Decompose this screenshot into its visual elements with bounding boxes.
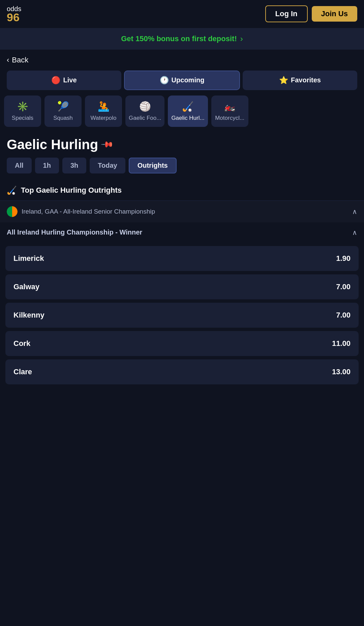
- specials-icon: ✳️: [17, 101, 29, 112]
- favorites-icon: ⭐: [279, 76, 288, 85]
- bet-row-galway[interactable]: Galway 7.00: [5, 274, 359, 299]
- app-logo: odds 96: [7, 5, 21, 23]
- section-header: 🏑 Top Gaelic Hurling Outrights: [0, 180, 364, 200]
- sport-cat-gaelic-football[interactable]: 🏐 Gaelic Foo...: [125, 96, 164, 127]
- tab-upcoming[interactable]: 🕐 Upcoming: [124, 71, 240, 90]
- sport-cat-motorcycle[interactable]: 🏍️ Motorcycl...: [211, 96, 248, 127]
- league-left: Ireland, GAA - All-Ireland Senior Champi…: [7, 206, 155, 217]
- bet-team-cork: Cork: [13, 339, 30, 348]
- waterpolo-icon: 🤽: [98, 101, 110, 112]
- betting-list: Limerick 1.90 Galway 7.00 Kilkenny 7.00 …: [0, 243, 364, 388]
- bet-row-kilkenny[interactable]: Kilkenny 7.00: [5, 303, 359, 328]
- sport-cat-gaelic-hurling[interactable]: 🏑 Gaelic Hurl...: [168, 96, 208, 127]
- bet-team-limerick: Limerick: [13, 254, 44, 263]
- sport-cat-squash[interactable]: 🎾 Squash: [44, 96, 82, 127]
- filter-tab-all[interactable]: All: [7, 158, 32, 173]
- filter-tab-group: All 1h 3h Today Outrights: [0, 158, 364, 180]
- squash-icon: 🎾: [57, 101, 69, 112]
- banner-text: Get 150% bonus on first deposit!: [121, 34, 237, 43]
- bet-odds-kilkenny: 7.00: [336, 311, 351, 320]
- bet-team-kilkenny: Kilkenny: [13, 311, 44, 320]
- bet-team-clare: Clare: [13, 368, 32, 376]
- tab-upcoming-label: Upcoming: [172, 76, 205, 84]
- flag-ireland-colors: [7, 206, 18, 217]
- bet-team-galway: Galway: [13, 282, 39, 291]
- join-button[interactable]: Join Us: [312, 6, 357, 22]
- header-actions: Log In Join Us: [265, 5, 357, 22]
- bet-row-clare[interactable]: Clare 13.00: [5, 359, 359, 384]
- tab-favorites-label: Favorites: [291, 76, 321, 84]
- upcoming-icon: 🕐: [160, 76, 169, 85]
- sport-cat-gaelic-football-label: Gaelic Foo...: [129, 115, 161, 121]
- filter-tab-3h[interactable]: 3h: [62, 158, 86, 173]
- sport-cat-squash-label: Squash: [53, 115, 73, 121]
- bet-odds-limerick: 1.90: [336, 254, 351, 263]
- sport-category-list: ✳️ Specials 🎾 Squash 🤽 Waterpolo 🏐 Gaeli…: [0, 96, 364, 134]
- page-title: Gaelic Hurling: [7, 137, 98, 152]
- gaelic-football-icon: 🏐: [139, 101, 151, 112]
- logo-96-text: 96: [7, 12, 20, 23]
- section-header-icon: 🏑: [7, 186, 17, 195]
- bet-odds-clare: 13.00: [332, 368, 351, 376]
- championship-header[interactable]: All Ireland Hurling Championship - Winne…: [0, 222, 364, 243]
- league-row[interactable]: Ireland, GAA - All-Ireland Senior Champi…: [0, 200, 364, 222]
- sport-cat-waterpolo[interactable]: 🤽 Waterpolo: [85, 96, 122, 127]
- tab-live[interactable]: 🔴 Live: [7, 71, 121, 90]
- tab-favorites[interactable]: ⭐ Favorites: [243, 71, 357, 90]
- league-chevron-icon: ∧: [352, 208, 357, 216]
- championship-chevron-icon: ∧: [352, 228, 357, 237]
- sport-cat-waterpolo-label: Waterpolo: [91, 115, 117, 121]
- sport-cat-gaelic-hurling-label: Gaelic Hurl...: [171, 115, 204, 121]
- bet-odds-cork: 11.00: [332, 339, 351, 348]
- sport-cat-specials[interactable]: ✳️ Specials: [4, 96, 41, 127]
- section-header-title: Top Gaelic Hurling Outrights: [21, 186, 122, 195]
- promo-banner[interactable]: Get 150% bonus on first deposit! ›: [0, 28, 364, 50]
- ireland-flag: [7, 206, 18, 217]
- filter-tab-1h[interactable]: 1h: [35, 158, 59, 173]
- pin-icon[interactable]: 📌: [100, 138, 114, 152]
- main-tab-group: 🔴 Live 🕐 Upcoming ⭐ Favorites: [0, 71, 364, 96]
- bet-odds-galway: 7.00: [336, 282, 351, 291]
- live-icon: 🔴: [51, 76, 60, 85]
- bet-row-cork[interactable]: Cork 11.00: [5, 331, 359, 356]
- page-title-section: Gaelic Hurling 📌: [0, 134, 364, 158]
- login-button[interactable]: Log In: [265, 5, 308, 22]
- banner-arrow-icon: ›: [240, 34, 243, 44]
- filter-tab-outrights[interactable]: Outrights: [129, 158, 177, 173]
- app-header: odds 96 Log In Join Us: [0, 0, 364, 28]
- sport-cat-motorcycle-label: Motorcycl...: [215, 115, 244, 121]
- gaelic-hurling-icon: 🏑: [182, 101, 194, 112]
- filter-tab-today[interactable]: Today: [90, 158, 125, 173]
- championship-title: All Ireland Hurling Championship - Winne…: [7, 228, 142, 236]
- tab-live-label: Live: [63, 76, 77, 84]
- sport-cat-specials-label: Specials: [12, 115, 33, 121]
- motorcycle-icon: 🏍️: [224, 101, 236, 112]
- back-navigation[interactable]: ‹ Back: [0, 50, 364, 71]
- back-label: Back: [12, 56, 28, 64]
- bet-row-limerick[interactable]: Limerick 1.90: [5, 246, 359, 271]
- league-name: Ireland, GAA - All-Ireland Senior Champi…: [22, 208, 155, 215]
- back-arrow-icon: ‹: [7, 56, 9, 64]
